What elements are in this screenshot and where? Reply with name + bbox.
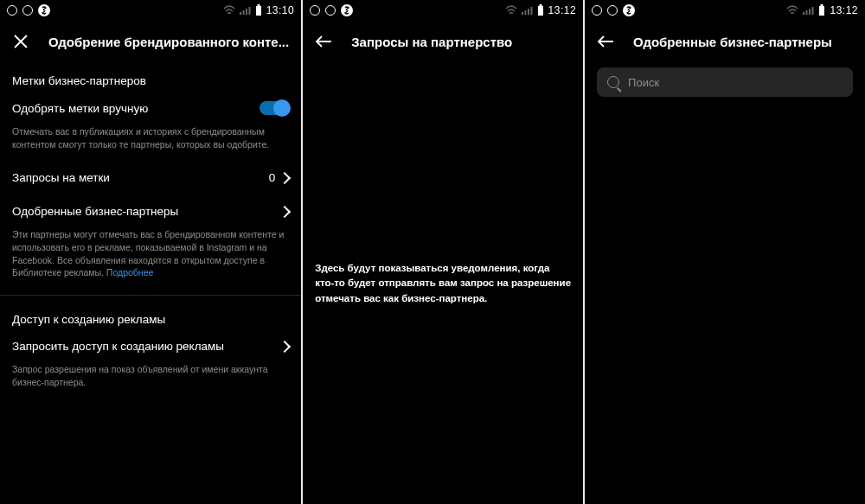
circle-icon	[22, 5, 33, 16]
toggle-switch[interactable]	[260, 101, 289, 115]
status-bar: 13:12	[585, 0, 865, 21]
screen-branded-content-approval: 13:10 Одобрение брендированного конте...…	[0, 0, 301, 504]
signal-icon	[521, 5, 533, 16]
toggle-row-manual-approve[interactable]: Одобрять метки вручную	[0, 91, 301, 125]
back-icon[interactable]	[315, 33, 332, 50]
svg-rect-1	[257, 4, 260, 6]
page-title: Одобренные бизнес-партнеры	[633, 35, 853, 49]
search-placeholder: Поиск	[628, 76, 659, 89]
row-request-ad-access[interactable]: Запросить доступ к созданию рекламы	[0, 329, 301, 363]
shazam-icon	[341, 4, 353, 16]
shazam-icon	[623, 4, 635, 16]
section-title: Метки бизнес-партнеров	[0, 62, 301, 91]
content: Метки бизнес-партнеров Одобрять метки вр…	[0, 62, 301, 504]
wifi-icon	[786, 5, 798, 16]
requests-count: 0	[269, 171, 276, 184]
circle-icon	[310, 5, 320, 16]
approved-description: Эти партнеры могут отмечать вас в бренди…	[0, 228, 301, 290]
chevron-right-icon	[279, 206, 291, 218]
search-icon	[607, 76, 619, 88]
svg-rect-0	[256, 6, 261, 16]
battery-icon	[536, 4, 545, 16]
circle-icon	[325, 5, 336, 16]
circle-icon	[7, 5, 17, 16]
row-label: Одобренные бизнес-партнеры	[12, 205, 178, 218]
status-time: 13:10	[266, 4, 295, 16]
page-title: Одобрение брендированного конте...	[48, 35, 289, 49]
svg-rect-2	[538, 6, 543, 16]
divider	[0, 295, 301, 296]
row-tag-requests[interactable]: Запросы на метки 0	[0, 161, 301, 195]
screen-approved-partners: 13:12 Одобренные бизнес-партнеры Поиск	[585, 0, 865, 504]
chevron-right-icon	[279, 172, 291, 184]
section-title: Доступ к созданию рекламы	[0, 301, 301, 329]
content: Здесь будут показываться уведомления, ко…	[303, 62, 583, 504]
screen-partnership-requests: 13:12 Запросы на партнерство Здесь будут…	[303, 0, 583, 504]
wifi-icon	[223, 5, 235, 16]
header: Запросы на партнерство	[303, 21, 583, 62]
status-time: 13:12	[830, 4, 858, 16]
circle-icon	[592, 5, 602, 16]
row-label: Запросы на метки	[12, 171, 110, 184]
signal-icon	[802, 5, 814, 16]
chevron-right-icon	[279, 341, 291, 353]
header: Одобрение брендированного конте...	[0, 21, 301, 62]
back-icon[interactable]	[597, 33, 614, 50]
toggle-label: Одобрять метки вручную	[12, 102, 148, 115]
signal-icon	[239, 5, 251, 16]
status-bar: 13:10	[0, 0, 301, 21]
header: Одобренные бизнес-партнеры	[585, 21, 865, 62]
learn-more-link[interactable]: Подробнее	[106, 267, 153, 278]
close-icon[interactable]	[12, 33, 29, 50]
page-title: Запросы на партнерство	[351, 35, 571, 49]
circle-icon	[607, 5, 618, 16]
status-time: 13:12	[548, 4, 577, 16]
request-access-description: Запрос разрешения на показ объявлений от…	[0, 363, 301, 399]
content: Поиск	[585, 62, 865, 504]
wifi-icon	[505, 5, 517, 16]
battery-icon	[254, 4, 263, 16]
toggle-description: Отмечать вас в публикациях и историях с …	[0, 125, 301, 161]
row-approved-partners[interactable]: Одобренные бизнес-партнеры	[0, 195, 301, 228]
empty-state-text: Здесь будут показываться уведомления, ко…	[303, 261, 583, 306]
row-label: Запросить доступ к созданию рекламы	[12, 340, 224, 353]
search-input[interactable]: Поиск	[597, 67, 853, 97]
shazam-icon	[38, 4, 50, 16]
status-bar: 13:12	[303, 0, 583, 21]
svg-rect-4	[819, 6, 824, 16]
battery-icon	[817, 4, 826, 16]
svg-rect-5	[821, 4, 823, 6]
svg-rect-3	[539, 4, 541, 6]
